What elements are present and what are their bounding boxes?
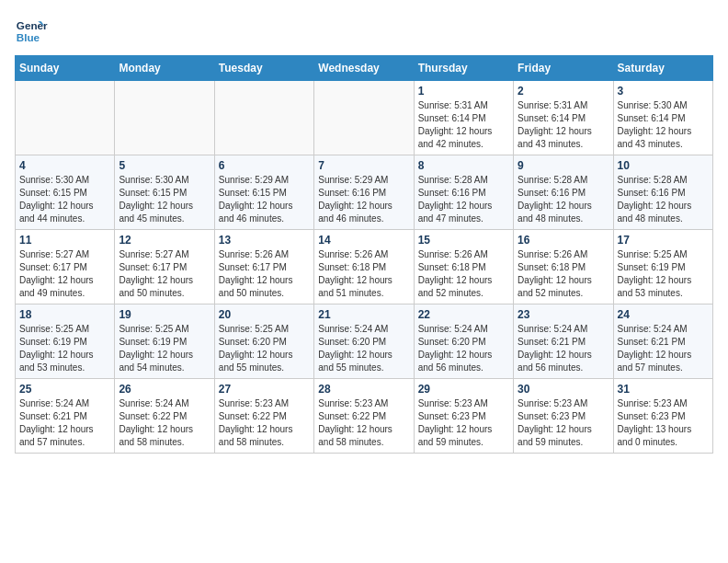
calendar-header: SundayMondayTuesdayWednesdayThursdayFrid… [16,56,713,81]
header-sunday: Sunday [16,56,115,81]
header-friday: Friday [514,56,613,81]
day-number: 18 [19,308,110,321]
day-number: 15 [418,234,509,247]
day-number: 29 [418,383,509,396]
day-cell: 22Sunrise: 5:24 AM Sunset: 6:20 PM Dayli… [414,304,513,379]
day-cell: 8Sunrise: 5:28 AM Sunset: 6:16 PM Daylig… [414,155,513,230]
day-info: Sunrise: 5:26 AM Sunset: 6:18 PM Dayligh… [318,248,409,300]
day-cell: 3Sunrise: 5:30 AM Sunset: 6:14 PM Daylig… [613,81,712,155]
day-cell: 17Sunrise: 5:25 AM Sunset: 6:19 PM Dayli… [613,230,712,304]
day-number: 9 [518,159,609,172]
day-number: 6 [219,159,310,172]
day-info: Sunrise: 5:31 AM Sunset: 6:14 PM Dayligh… [518,99,609,151]
day-number: 2 [518,85,609,98]
day-cell: 31Sunrise: 5:23 AM Sunset: 6:23 PM Dayli… [613,379,712,454]
day-number: 19 [119,308,210,321]
day-number: 17 [618,234,709,247]
day-number: 20 [219,308,310,321]
day-info: Sunrise: 5:25 AM Sunset: 6:19 PM Dayligh… [19,323,110,374]
header-saturday: Saturday [613,56,712,81]
day-cell: 2Sunrise: 5:31 AM Sunset: 6:14 PM Daylig… [514,81,613,155]
day-info: Sunrise: 5:23 AM Sunset: 6:22 PM Dayligh… [219,397,310,449]
day-cell [115,81,214,155]
week-row-4: 18Sunrise: 5:25 AM Sunset: 6:19 PM Dayli… [16,304,713,379]
day-number: 7 [318,159,409,172]
day-cell: 12Sunrise: 5:27 AM Sunset: 6:17 PM Dayli… [115,230,214,304]
day-info: Sunrise: 5:23 AM Sunset: 6:23 PM Dayligh… [618,397,709,449]
day-cell: 9Sunrise: 5:28 AM Sunset: 6:16 PM Daylig… [514,155,613,230]
day-info: Sunrise: 5:23 AM Sunset: 6:22 PM Dayligh… [318,397,409,449]
day-cell: 16Sunrise: 5:26 AM Sunset: 6:18 PM Dayli… [514,230,613,304]
day-info: Sunrise: 5:27 AM Sunset: 6:17 PM Dayligh… [119,248,210,300]
day-info: Sunrise: 5:31 AM Sunset: 6:14 PM Dayligh… [418,99,509,151]
day-info: Sunrise: 5:28 AM Sunset: 6:16 PM Dayligh… [418,174,509,225]
day-cell [314,81,414,155]
day-info: Sunrise: 5:24 AM Sunset: 6:20 PM Dayligh… [418,323,509,374]
day-number: 27 [219,383,310,396]
week-row-2: 4Sunrise: 5:30 AM Sunset: 6:15 PM Daylig… [16,155,713,230]
header-monday: Monday [115,56,214,81]
day-info: Sunrise: 5:25 AM Sunset: 6:19 PM Dayligh… [119,323,210,374]
day-info: Sunrise: 5:24 AM Sunset: 6:21 PM Dayligh… [618,323,709,374]
day-cell: 11Sunrise: 5:27 AM Sunset: 6:17 PM Dayli… [16,230,115,304]
day-cell [16,81,115,155]
day-cell: 20Sunrise: 5:25 AM Sunset: 6:20 PM Dayli… [214,304,313,379]
day-info: Sunrise: 5:27 AM Sunset: 6:17 PM Dayligh… [19,248,110,300]
day-cell: 29Sunrise: 5:23 AM Sunset: 6:23 PM Dayli… [414,379,513,454]
day-number: 12 [119,234,210,247]
day-number: 22 [418,308,509,321]
day-number: 1 [418,85,509,98]
day-number: 28 [318,383,409,396]
day-number: 8 [418,159,509,172]
day-info: Sunrise: 5:26 AM Sunset: 6:17 PM Dayligh… [219,248,310,300]
day-number: 16 [518,234,609,247]
day-cell: 15Sunrise: 5:26 AM Sunset: 6:18 PM Dayli… [414,230,513,304]
day-info: Sunrise: 5:24 AM Sunset: 6:20 PM Dayligh… [318,323,409,374]
day-info: Sunrise: 5:24 AM Sunset: 6:21 PM Dayligh… [19,397,110,449]
day-cell: 10Sunrise: 5:28 AM Sunset: 6:16 PM Dayli… [613,155,712,230]
day-info: Sunrise: 5:30 AM Sunset: 6:15 PM Dayligh… [19,174,110,225]
svg-text:General: General [17,19,48,31]
day-cell: 13Sunrise: 5:26 AM Sunset: 6:17 PM Dayli… [214,230,313,304]
day-info: Sunrise: 5:23 AM Sunset: 6:23 PM Dayligh… [418,397,509,449]
day-info: Sunrise: 5:25 AM Sunset: 6:20 PM Dayligh… [219,323,310,374]
day-cell [214,81,313,155]
day-cell: 1Sunrise: 5:31 AM Sunset: 6:14 PM Daylig… [414,81,513,155]
day-info: Sunrise: 5:26 AM Sunset: 6:18 PM Dayligh… [518,248,609,300]
day-number: 26 [119,383,210,396]
day-number: 14 [318,234,409,247]
logo: General Blue [15,15,48,48]
day-number: 23 [518,308,609,321]
calendar-table: SundayMondayTuesdayWednesdayThursdayFrid… [15,55,713,454]
day-info: Sunrise: 5:30 AM Sunset: 6:15 PM Dayligh… [119,174,210,225]
day-cell: 26Sunrise: 5:24 AM Sunset: 6:22 PM Dayli… [115,379,214,454]
day-number: 13 [219,234,310,247]
calendar-body: 1Sunrise: 5:31 AM Sunset: 6:14 PM Daylig… [16,81,713,454]
day-number: 10 [618,159,709,172]
day-info: Sunrise: 5:24 AM Sunset: 6:21 PM Dayligh… [518,323,609,374]
day-info: Sunrise: 5:25 AM Sunset: 6:19 PM Dayligh… [618,248,709,300]
day-cell: 18Sunrise: 5:25 AM Sunset: 6:19 PM Dayli… [16,304,115,379]
logo-icon: General Blue [15,15,48,48]
day-cell: 7Sunrise: 5:29 AM Sunset: 6:16 PM Daylig… [314,155,414,230]
day-cell: 24Sunrise: 5:24 AM Sunset: 6:21 PM Dayli… [613,304,712,379]
day-cell: 14Sunrise: 5:26 AM Sunset: 6:18 PM Dayli… [314,230,414,304]
day-number: 5 [119,159,210,172]
day-cell: 5Sunrise: 5:30 AM Sunset: 6:15 PM Daylig… [115,155,214,230]
day-cell: 30Sunrise: 5:23 AM Sunset: 6:23 PM Dayli… [514,379,613,454]
day-cell: 19Sunrise: 5:25 AM Sunset: 6:19 PM Dayli… [115,304,214,379]
day-number: 11 [19,234,110,247]
day-number: 31 [618,383,709,396]
day-info: Sunrise: 5:28 AM Sunset: 6:16 PM Dayligh… [518,174,609,225]
day-number: 3 [618,85,709,98]
day-cell: 28Sunrise: 5:23 AM Sunset: 6:22 PM Dayli… [314,379,414,454]
day-info: Sunrise: 5:26 AM Sunset: 6:18 PM Dayligh… [418,248,509,300]
header-wednesday: Wednesday [314,56,414,81]
page-header: General Blue [15,15,713,48]
week-row-5: 25Sunrise: 5:24 AM Sunset: 6:21 PM Dayli… [16,379,713,454]
day-number: 30 [518,383,609,396]
day-info: Sunrise: 5:23 AM Sunset: 6:23 PM Dayligh… [518,397,609,449]
day-number: 24 [618,308,709,321]
day-cell: 6Sunrise: 5:29 AM Sunset: 6:15 PM Daylig… [214,155,313,230]
day-cell: 4Sunrise: 5:30 AM Sunset: 6:15 PM Daylig… [16,155,115,230]
